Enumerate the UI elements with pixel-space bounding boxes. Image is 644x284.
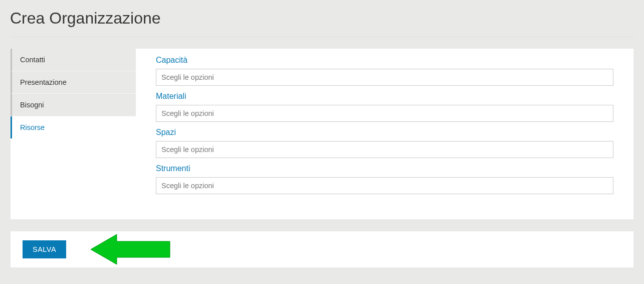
label-materiali: Materiali [156,92,613,101]
tab-contatti[interactable]: Contatti [11,49,136,71]
tab-bisogni[interactable]: Bisogni [11,94,136,116]
label-strumenti: Strumenti [156,164,613,173]
annotation-arrow-icon [91,233,171,265]
label-spazi: Spazi [156,128,613,137]
field-spazi: Spazi Scegli le opzioni [156,128,613,158]
button-row: SALVA [10,231,634,268]
svg-marker-0 [91,234,170,264]
tab-risorse[interactable]: Risorse [11,116,136,138]
label-capacita: Capacità [156,56,613,65]
save-button[interactable]: SALVA [23,240,66,258]
field-materiali: Materiali Scegli le opzioni [156,92,613,122]
form-area: Capacità Scegli le opzioni Materiali Sce… [136,49,633,219]
tab-presentazione[interactable]: Presentazione [11,71,136,94]
select-spazi[interactable]: Scegli le opzioni [156,141,613,158]
tabs-list: Contatti Presentazione Bisogni Risorse [11,49,136,219]
select-strumenti[interactable]: Scegli le opzioni [156,177,613,194]
card-gap [10,220,634,231]
form-card: Contatti Presentazione Bisogni Risorse C… [10,48,634,220]
select-materiali[interactable]: Scegli le opzioni [156,105,613,122]
field-strumenti: Strumenti Scegli le opzioni [156,164,613,194]
field-capacita: Capacità Scegli le opzioni [156,56,613,86]
select-capacita[interactable]: Scegli le opzioni [156,69,613,86]
page-title: Crea Organizzazione [10,0,634,37]
